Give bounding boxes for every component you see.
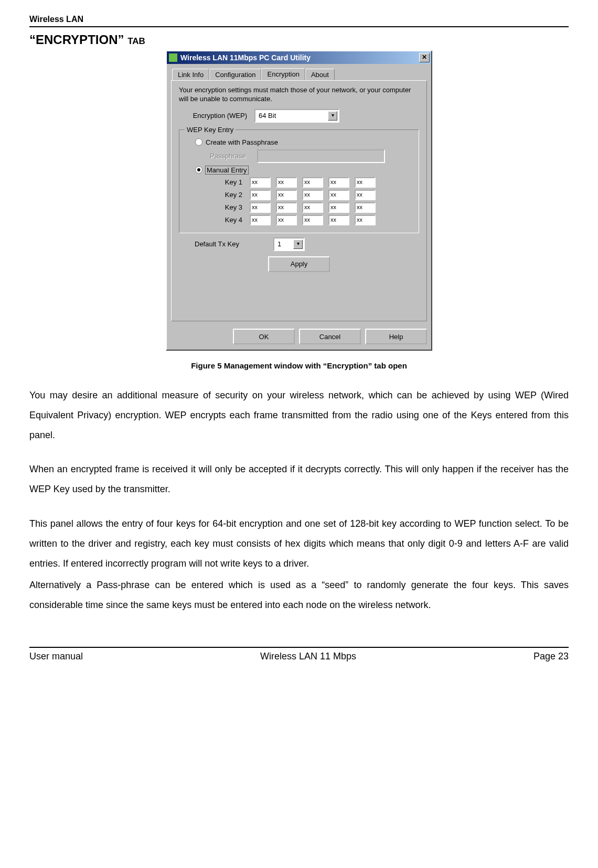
passphrase-input: [257, 149, 385, 163]
radio-manual-label: Manual Entry: [206, 166, 248, 174]
footer-right: Page 23: [533, 651, 569, 662]
wep-key-entry-group: WEP Key Entry Create with Passphrase Pas…: [179, 126, 419, 233]
key3-cell-0[interactable]: xx: [250, 202, 271, 213]
tab-about[interactable]: About: [305, 69, 335, 81]
chevron-down-icon: ▾: [293, 240, 303, 249]
page-header: Wireless LAN: [29, 15, 569, 27]
key4-cell-2[interactable]: xx: [302, 215, 323, 225]
help-button[interactable]: Help: [365, 329, 427, 344]
key3-cell-2[interactable]: xx: [302, 202, 323, 213]
key3-cell-3[interactable]: xx: [328, 202, 349, 213]
footer-center: Wireless LAN 11 Mbps: [260, 651, 356, 662]
default-tx-value: 1: [277, 240, 281, 248]
key2-cell-4[interactable]: xx: [355, 190, 376, 200]
chevron-down-icon: ▾: [328, 111, 337, 121]
key4-cell-1[interactable]: xx: [276, 215, 297, 225]
encryption-dialog: Wireless LAN 11Mbps PC Card Utility ✕ Li…: [166, 50, 432, 351]
key4-cell-0[interactable]: xx: [250, 215, 271, 225]
paragraph-2: When an encrypted frame is received it w…: [29, 460, 569, 500]
key4-cell-4[interactable]: xx: [355, 215, 376, 225]
default-tx-dropdown[interactable]: 1 ▾: [273, 237, 305, 251]
paragraph-4: Alternatively a Pass-phrase can be enter…: [29, 576, 569, 615]
paragraph-1: You may desire an additional measure of …: [29, 386, 569, 445]
key1-cell-3[interactable]: xx: [328, 177, 349, 188]
cancel-button[interactable]: Cancel: [299, 329, 361, 344]
app-icon: [169, 53, 177, 62]
key3-cell-1[interactable]: xx: [276, 202, 297, 213]
section-title: “ENCRYPTION” tab: [29, 32, 569, 47]
close-icon[interactable]: ✕: [419, 53, 430, 62]
radio-passphrase-label: Create with Passphrase: [206, 138, 278, 146]
default-tx-label: Default Tx Key: [195, 240, 273, 248]
key1-cell-4[interactable]: xx: [355, 177, 376, 188]
tab-encryption[interactable]: Encryption: [261, 68, 305, 80]
passphrase-label: Passphrase: [210, 152, 257, 160]
paragraph-3: This panel allows the entry of four keys…: [29, 514, 569, 573]
group-legend: WEP Key Entry: [185, 126, 236, 134]
wep-label: Encryption (WEP): [179, 112, 254, 120]
radio-passphrase[interactable]: [195, 138, 202, 146]
tab-panel: Your encryption settings must match thos…: [171, 80, 427, 321]
tab-configuration[interactable]: Configuration: [209, 69, 261, 81]
key2-cell-2[interactable]: xx: [302, 190, 323, 200]
key4-label: Key 4: [206, 216, 250, 224]
key-row-3: Key 3 xx xx xx xx xx: [206, 202, 413, 213]
figure-caption: Figure 5 Management window with “Encrypt…: [29, 361, 569, 370]
key1-label: Key 1: [206, 178, 250, 186]
ok-button[interactable]: OK: [233, 329, 295, 344]
key1-cell-1[interactable]: xx: [276, 177, 297, 188]
key3-cell-4[interactable]: xx: [355, 202, 376, 213]
titlebar: Wireless LAN 11Mbps PC Card Utility ✕: [167, 51, 431, 64]
tab-link-info[interactable]: Link Info: [172, 69, 209, 81]
wep-value: 64 Bit: [259, 112, 276, 120]
key-row-1: Key 1 xx xx xx xx xx: [206, 177, 413, 188]
tab-strip: Link Info Configuration Encryption About: [171, 68, 427, 80]
key-row-2: Key 2 xx xx xx xx xx: [206, 190, 413, 200]
apply-button[interactable]: Apply: [268, 256, 330, 272]
intro-text: Your encryption settings must match thos…: [179, 86, 419, 104]
key4-cell-3[interactable]: xx: [328, 215, 349, 225]
key2-cell-1[interactable]: xx: [276, 190, 297, 200]
key2-cell-3[interactable]: xx: [328, 190, 349, 200]
page-footer: User manual Wireless LAN 11 Mbps Page 23: [29, 648, 569, 662]
wep-dropdown[interactable]: 64 Bit ▾: [254, 109, 339, 123]
key-row-4: Key 4 xx xx xx xx xx: [206, 215, 413, 225]
footer-left: User manual: [29, 651, 83, 662]
key3-label: Key 3: [206, 203, 250, 211]
radio-manual[interactable]: [195, 166, 202, 173]
window-title: Wireless LAN 11Mbps PC Card Utility: [180, 53, 419, 62]
key2-label: Key 2: [206, 191, 250, 199]
key1-cell-0[interactable]: xx: [250, 177, 271, 188]
key2-cell-0[interactable]: xx: [250, 190, 271, 200]
key1-cell-2[interactable]: xx: [302, 177, 323, 188]
